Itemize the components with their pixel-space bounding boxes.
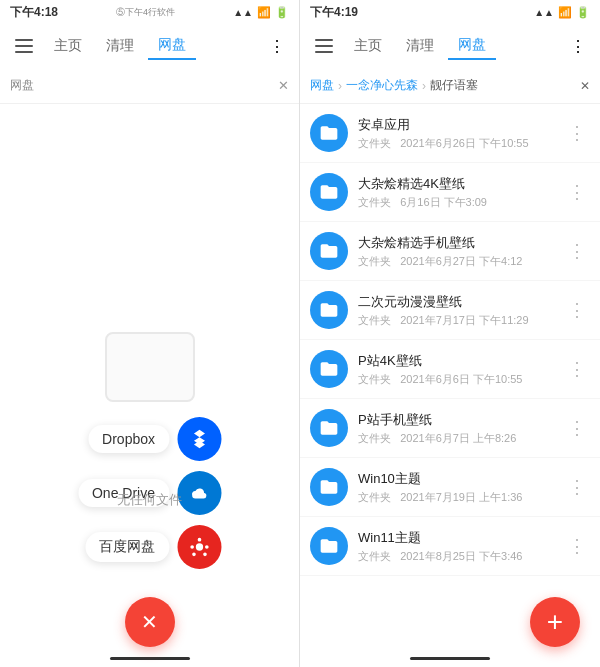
baidu-service-item[interactable]: 百度网盘 [85, 525, 221, 569]
file-info: 二次元动漫漫壁纸 文件夹 2021年7月17日 下午11:29 [358, 293, 554, 328]
file-more-icon[interactable]: ⋮ [564, 535, 590, 557]
left-nav-cloud[interactable]: 网盘 [148, 32, 196, 60]
file-name: P站4K壁纸 [358, 352, 554, 370]
svg-rect-2 [15, 51, 33, 53]
file-more-icon[interactable]: ⋮ [564, 240, 590, 262]
file-item[interactable]: Win11主题 文件夹 2021年8月25日 下午3:46 ⋮ [300, 517, 600, 576]
file-meta: 文件夹 2021年8月25日 下午3:46 [358, 549, 554, 564]
file-folder-icon [310, 173, 348, 211]
svg-rect-0 [15, 39, 33, 41]
file-list: 安卓应用 文件夹 2021年6月26日 下午10:55 ⋮ 大杂烩精选4K壁纸 … [300, 104, 600, 649]
right-status-bar: 下午4:19 ▲▲ 📶 🔋 [300, 0, 600, 24]
right-signal-icon: ▲▲ [534, 7, 554, 18]
right-nav-home[interactable]: 主页 [344, 33, 392, 59]
right-wifi-icon: 📶 [558, 6, 572, 19]
svg-point-3 [195, 543, 202, 550]
file-item[interactable]: 安卓应用 文件夹 2021年6月26日 下午10:55 ⋮ [300, 104, 600, 163]
breadcrumb-chevron-1: › [338, 79, 342, 93]
left-fab-close[interactable]: ✕ [125, 597, 175, 647]
file-more-icon[interactable]: ⋮ [564, 299, 590, 321]
left-nav-clean[interactable]: 清理 [96, 33, 144, 59]
right-nav-cloud[interactable]: 网盘 [448, 32, 496, 60]
dropbox-service-item[interactable]: Dropbox [88, 417, 221, 461]
left-breadcrumb-label: 网盘 [10, 77, 34, 94]
file-more-icon[interactable]: ⋮ [564, 358, 590, 380]
left-wifi-icon: 📶 [257, 6, 271, 19]
file-folder-icon [310, 527, 348, 565]
right-nav-clean[interactable]: 清理 [396, 33, 444, 59]
left-status-icons: ▲▲ 📶 🔋 [233, 6, 289, 19]
file-info: 安卓应用 文件夹 2021年6月26日 下午10:55 [358, 116, 554, 151]
file-more-icon[interactable]: ⋮ [564, 122, 590, 144]
left-time: 下午4:18 [10, 4, 58, 21]
left-menu-icon[interactable] [8, 30, 40, 62]
right-battery-icon: 🔋 [576, 6, 590, 19]
file-info: P站4K壁纸 文件夹 2021年6月6日 下午10:55 [358, 352, 554, 387]
file-meta: 文件夹 6月16日 下午3:09 [358, 195, 554, 210]
left-subtitle: ⑤下午4行软件 [116, 6, 175, 19]
file-name: 大杂烩精选4K壁纸 [358, 175, 554, 193]
dropbox-label: Dropbox [88, 425, 169, 453]
right-nav-bar: 主页 清理 网盘 ⋮ [300, 24, 600, 68]
file-item[interactable]: Win10主题 文件夹 2021年7月19日 上午1:36 ⋮ [300, 458, 600, 517]
baidu-icon [177, 525, 221, 569]
right-fab-add[interactable]: + [530, 597, 580, 647]
file-more-icon[interactable]: ⋮ [564, 476, 590, 498]
file-name: P站手机壁纸 [358, 411, 554, 429]
left-close-icon[interactable]: ✕ [278, 78, 289, 93]
right-indicator-line [410, 657, 490, 660]
breadcrumb-part-3: 靓仔语塞 [430, 77, 478, 94]
file-item[interactable]: P站4K壁纸 文件夹 2021年6月6日 下午10:55 ⋮ [300, 340, 600, 399]
right-menu-icon[interactable] [308, 30, 340, 62]
file-item[interactable]: 大杂烩精选手机壁纸 文件夹 2021年6月27日 下午4:12 ⋮ [300, 222, 600, 281]
left-breadcrumb: 网盘 ✕ [0, 68, 299, 104]
file-item[interactable]: 大杂烩精选4K壁纸 文件夹 6月16日 下午3:09 ⋮ [300, 163, 600, 222]
left-nav-bar: 主页 清理 网盘 ⋮ [0, 24, 299, 68]
empty-text-label: 无任何文件 [117, 491, 182, 509]
svg-rect-6 [315, 51, 333, 53]
breadcrumb-part-2[interactable]: 一念净心先森 [346, 77, 418, 94]
baidu-label: 百度网盘 [85, 532, 169, 562]
left-panel: 下午4:18 ⑤下午4行软件 ▲▲ 📶 🔋 主页 清理 网盘 ⋮ 网盘 ✕ [0, 0, 300, 667]
svg-rect-1 [15, 45, 33, 47]
file-folder-icon [310, 350, 348, 388]
file-item[interactable]: 二次元动漫漫壁纸 文件夹 2021年7月17日 下午11:29 ⋮ [300, 281, 600, 340]
file-name: Win10主题 [358, 470, 554, 488]
svg-rect-4 [315, 39, 333, 41]
file-name: 二次元动漫漫壁纸 [358, 293, 554, 311]
right-more-icon[interactable]: ⋮ [564, 32, 592, 60]
left-signal-icon: ▲▲ [233, 7, 253, 18]
right-panel: 下午4:19 ▲▲ 📶 🔋 主页 清理 网盘 ⋮ 网盘 › 一念净心先森 › 靓… [300, 0, 600, 667]
right-breadcrumb: 网盘 › 一念净心先森 › 靓仔语塞 ✕ [300, 68, 600, 104]
breadcrumb-part-1[interactable]: 网盘 [310, 77, 334, 94]
right-bottom-indicator [300, 649, 600, 667]
left-indicator-line [110, 657, 190, 660]
svg-rect-5 [315, 45, 333, 47]
file-folder-icon [310, 232, 348, 270]
left-bottom-indicator [0, 649, 299, 667]
left-battery-icon: 🔋 [275, 6, 289, 19]
right-breadcrumb-close[interactable]: ✕ [580, 79, 590, 93]
left-empty-state: Dropbox One Drive 百度网盘 无任何文件 [0, 104, 299, 649]
file-folder-icon [310, 114, 348, 152]
file-folder-icon [310, 468, 348, 506]
file-name: Win11主题 [358, 529, 554, 547]
left-status-bar: 下午4:18 ⑤下午4行软件 ▲▲ 📶 🔋 [0, 0, 299, 24]
file-folder-icon [310, 409, 348, 447]
file-name: 大杂烩精选手机壁纸 [358, 234, 554, 252]
file-info: Win10主题 文件夹 2021年7月19日 上午1:36 [358, 470, 554, 505]
file-more-icon[interactable]: ⋮ [564, 181, 590, 203]
file-more-icon[interactable]: ⋮ [564, 417, 590, 439]
left-nav-home[interactable]: 主页 [44, 33, 92, 59]
left-more-icon[interactable]: ⋮ [263, 32, 291, 60]
file-info: Win11主题 文件夹 2021年8月25日 下午3:46 [358, 529, 554, 564]
file-meta: 文件夹 2021年6月27日 下午4:12 [358, 254, 554, 269]
file-info: 大杂烩精选4K壁纸 文件夹 6月16日 下午3:09 [358, 175, 554, 210]
file-item[interactable]: P站手机壁纸 文件夹 2021年6月7日 上午8:26 ⋮ [300, 399, 600, 458]
onedrive-icon [177, 471, 221, 515]
breadcrumb-chevron-2: › [422, 79, 426, 93]
file-info: 大杂烩精选手机壁纸 文件夹 2021年6月27日 下午4:12 [358, 234, 554, 269]
file-name: 安卓应用 [358, 116, 554, 134]
file-meta: 文件夹 2021年7月19日 上午1:36 [358, 490, 554, 505]
file-meta: 文件夹 2021年6月6日 下午10:55 [358, 372, 554, 387]
